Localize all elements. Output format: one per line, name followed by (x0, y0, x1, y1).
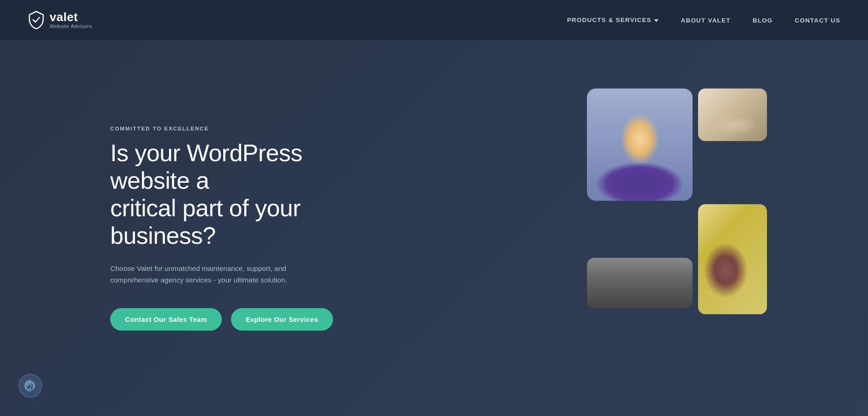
hero-subtext: Choose Valet for unmatched maintenance, … (110, 263, 321, 286)
fingerprint-icon (24, 379, 37, 392)
contact-sales-button[interactable]: Contact Our Sales Team (110, 308, 222, 331)
logo-text: valet Website Advisors (50, 11, 92, 29)
hero-section: COMMITTED TO EXCELLENCE Is your WordPres… (0, 40, 868, 416)
nav-item-contact[interactable]: CONTACT US (795, 16, 841, 24)
chevron-down-icon (654, 19, 659, 22)
accessibility-fab[interactable] (18, 374, 42, 398)
explore-services-button[interactable]: Explore Our Services (231, 308, 333, 331)
logo-shield-icon (28, 11, 45, 30)
nav-link-blog[interactable]: BLOG (753, 17, 773, 24)
hero-image-laptop (698, 89, 767, 141)
logo-brand: valet (50, 11, 92, 23)
logo[interactable]: valet Website Advisors (28, 11, 92, 30)
nav-link-contact[interactable]: CONTACT US (795, 17, 841, 24)
hero-image-keyboard (587, 258, 693, 309)
nav-link-about[interactable]: ABOUT VALET (681, 17, 730, 24)
nav-item-products[interactable]: PRODUCTS & SERVICES (567, 17, 659, 23)
hero-headline: Is your WordPress website a critical par… (110, 140, 340, 249)
nav-item-blog[interactable]: BLOG (753, 16, 773, 24)
hero-image-grid (587, 89, 767, 368)
hero-eyebrow: COMMITTED TO EXCELLENCE (110, 126, 340, 131)
hero-content: COMMITTED TO EXCELLENCE Is your WordPres… (110, 126, 340, 330)
hero-image-woman (587, 89, 693, 201)
hero-buttons: Contact Our Sales Team Explore Our Servi… (110, 308, 340, 331)
logo-tagline: Website Advisors (50, 24, 92, 29)
main-nav: valet Website Advisors PRODUCTS & SERVIC… (0, 0, 868, 40)
hero-image-meeting (698, 204, 767, 315)
nav-links: PRODUCTS & SERVICES ABOUT VALET BLOG CON… (567, 16, 840, 24)
nav-link-products[interactable]: PRODUCTS & SERVICES (567, 17, 659, 23)
nav-item-about[interactable]: ABOUT VALET (681, 16, 730, 24)
